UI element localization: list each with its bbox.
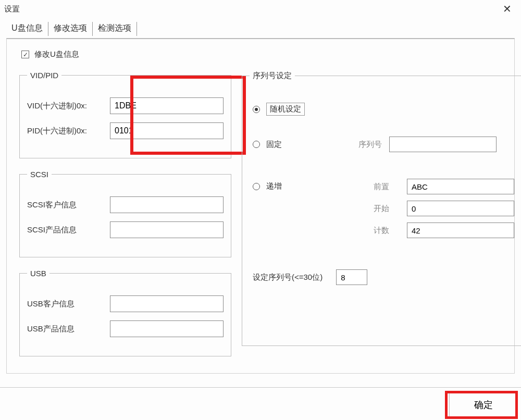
usb-product-row: USB产品信息 — [27, 320, 224, 337]
scsi-group: SCSI SCSI客户信息 SCSI产品信息 — [19, 170, 231, 257]
scsi-customer-input[interactable] — [110, 196, 224, 213]
tab-modify-options[interactable]: 修改选项 — [52, 19, 89, 39]
serial-prefix-input[interactable] — [407, 179, 514, 194]
scsi-customer-row: SCSI客户信息 — [27, 196, 224, 213]
usb-customer-row: USB客户信息 — [27, 295, 224, 312]
serial-fixed-label: 固定 — [266, 140, 282, 150]
tab-u-disk-info[interactable]: U盘信息 — [9, 19, 45, 39]
scsi-legend: SCSI — [27, 170, 52, 179]
tab-detect-options[interactable]: 检测选项 — [96, 19, 133, 39]
scsi-customer-label: SCSI客户信息 — [27, 200, 108, 210]
modify-info-checkbox[interactable]: ✓ — [21, 51, 29, 58]
usb-product-label: USB产品信息 — [27, 324, 108, 334]
column-left: VID/PID VID(十六进制)0x: PID(十六进制)0x: SCSI S… — [19, 71, 231, 368]
vid-label: VID(十六进制)0x: — [27, 101, 108, 111]
serial-start-label: 开始 — [358, 204, 389, 214]
columns: VID/PID VID(十六进制)0x: PID(十六进制)0x: SCSI S… — [19, 71, 502, 368]
scsi-product-row: SCSI产品信息 — [27, 221, 224, 238]
footer: 确定 — [0, 387, 521, 417]
highlight-box — [130, 76, 246, 155]
vid-input[interactable] — [110, 97, 224, 114]
serial-fixed-radio[interactable] — [253, 141, 260, 148]
tabs: U盘信息 修改选项 检测选项 — [6, 19, 515, 39]
footer-button-wrap: 确定 — [449, 388, 518, 417]
scsi-product-input[interactable] — [110, 221, 224, 238]
serial-fixed-serial-input[interactable] — [389, 137, 497, 152]
serial-fixed-serial-label: 序列号 — [351, 140, 382, 150]
serial-prefix-label: 前置 — [358, 182, 389, 192]
tab-separator — [137, 22, 137, 36]
tab-separator — [92, 22, 93, 36]
content: U盘信息 修改选项 检测选项 ✓ 修改U盘信息 VID/PID VID(十六进制… — [0, 17, 521, 374]
serial-random-label: 随机设定 — [266, 103, 305, 116]
serial-length-input[interactable] — [336, 269, 367, 285]
serial-length-label: 设定序列号(<=30位) — [253, 273, 322, 282]
serial-random-radio[interactable] — [253, 106, 260, 113]
serial-group: 序列号设定 随机设定 固定 序列号 — [242, 71, 521, 346]
serial-incr-label: 递增 — [266, 181, 282, 191]
usb-customer-input[interactable] — [110, 295, 224, 312]
serial-random-row: 随机设定 — [253, 103, 514, 116]
usb-legend: USB — [27, 269, 49, 278]
ok-button[interactable]: 确定 — [449, 393, 518, 417]
modify-info-checkbox-row: ✓ 修改U盘信息 — [21, 50, 502, 59]
usb-group: USB USB客户信息 USB产品信息 — [19, 269, 231, 356]
serial-count-label: 计数 — [358, 226, 389, 236]
serial-count-input[interactable] — [407, 223, 514, 238]
vid-pid-group: VID/PID VID(十六进制)0x: PID(十六进制)0x: — [19, 71, 231, 158]
usb-customer-label: USB客户信息 — [27, 299, 108, 309]
serial-legend: 序列号设定 — [250, 71, 295, 81]
scsi-product-label: SCSI产品信息 — [27, 225, 108, 235]
pid-label: PID(十六进制)0x: — [27, 126, 108, 136]
usb-product-input[interactable] — [110, 320, 224, 337]
pid-row: PID(十六进制)0x: — [27, 122, 224, 139]
tab-separator — [48, 22, 48, 36]
serial-fixed-fields: 序列号 — [351, 137, 497, 152]
modify-info-checkbox-label: 修改U盘信息 — [34, 50, 79, 59]
tab-pane: ✓ 修改U盘信息 VID/PID VID(十六进制)0x: PID(十六进制)0… — [6, 38, 515, 374]
serial-incr-fields: 前置 开始 计数 — [358, 179, 514, 238]
window-title: 设置 — [4, 4, 20, 14]
pid-input[interactable] — [110, 122, 224, 139]
close-icon[interactable]: ✕ — [500, 3, 515, 15]
vid-row: VID(十六进制)0x: — [27, 97, 224, 114]
titlebar: 设置 ✕ — [0, 0, 521, 17]
serial-length-row: 设定序列号(<=30位) — [253, 269, 514, 285]
serial-incr-radio[interactable] — [253, 183, 260, 190]
vid-pid-legend: VID/PID — [27, 71, 61, 80]
column-right: 序列号设定 随机设定 固定 序列号 — [242, 71, 521, 368]
serial-start-input[interactable] — [407, 201, 514, 216]
serial-fixed-row: 固定 序列号 — [253, 137, 514, 152]
